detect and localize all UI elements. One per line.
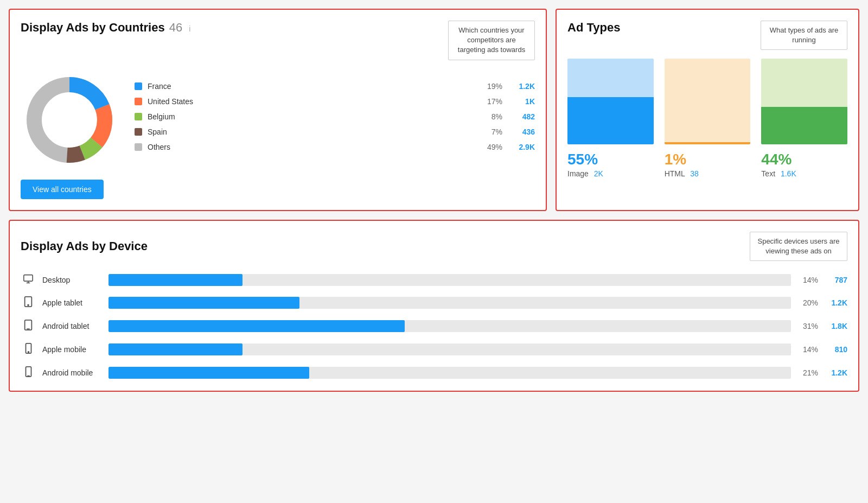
countries-title: Display Ads by Countries xyxy=(21,21,165,35)
legend-name: Belgium xyxy=(148,112,483,121)
ad-count: 2K xyxy=(594,169,603,178)
device-header: Display Ads by Device Specific devices u… xyxy=(21,232,847,261)
ad-info: 1% HTML 38 xyxy=(665,151,751,178)
countries-count: 46 xyxy=(169,21,182,35)
legend-pct: 19% xyxy=(483,82,502,91)
ad-info: 55% Image 2K xyxy=(567,151,654,178)
device-bar-fill xyxy=(108,320,405,332)
device-val: 1.2K xyxy=(825,368,847,377)
device-bar-track xyxy=(108,367,791,379)
legend-name: Spain xyxy=(148,128,483,136)
ad-label: Text 1.6K xyxy=(761,169,847,178)
device-bar-track xyxy=(108,274,791,286)
device-val: 1.2K xyxy=(825,298,847,307)
legend-color xyxy=(135,113,142,120)
svg-point-10 xyxy=(28,304,29,305)
svg-rect-6 xyxy=(24,275,33,281)
legend-color xyxy=(135,143,142,151)
legend-item: France 19% 1.2K xyxy=(135,82,535,91)
legend-name: France xyxy=(148,82,483,91)
device-pct: 14% xyxy=(797,276,818,284)
ad-types-panel: Ad Types What types of ads are running 5… xyxy=(556,9,859,211)
device-bar-track xyxy=(108,297,791,309)
device-name: Desktop xyxy=(42,276,102,284)
bar-top xyxy=(665,59,751,142)
legend-name: Others xyxy=(148,143,483,151)
legend-item: Belgium 8% 482 xyxy=(135,112,535,121)
ad-count: 38 xyxy=(690,169,699,178)
bar-bottom xyxy=(665,142,751,144)
ad-label: Image 2K xyxy=(567,169,654,178)
device-icon xyxy=(21,366,36,380)
info-icon: i xyxy=(189,24,190,33)
device-bar-fill xyxy=(108,297,299,309)
ad-types-bars: 55% Image 2K 1% HTML 38 44% Text 1.6K xyxy=(567,59,847,178)
countries-content: France 19% 1.2K United States 17% 1K Bel… xyxy=(21,71,535,169)
device-pct: 20% xyxy=(797,298,818,307)
device-row: Desktop 14% 787 xyxy=(21,274,847,286)
legend-val: 2.9K xyxy=(513,143,535,151)
device-bar-fill xyxy=(108,274,242,286)
bar-top xyxy=(761,59,847,106)
legend-item: United States 17% 1K xyxy=(135,97,535,106)
device-pct: 21% xyxy=(797,368,818,377)
ad-types-header: Ad Types What types of ads are running xyxy=(567,21,847,50)
legend-val: 436 xyxy=(513,128,535,136)
legend-pct: 7% xyxy=(483,128,502,136)
device-icon xyxy=(21,296,36,310)
device-name: Apple tablet xyxy=(42,298,102,307)
ad-pct: 55% xyxy=(567,151,654,168)
device-bar-track xyxy=(108,320,791,332)
device-pct: 14% xyxy=(797,345,818,354)
legend-val: 1K xyxy=(513,97,535,106)
device-icon xyxy=(21,320,36,333)
device-row: Apple tablet 20% 1.2K xyxy=(21,296,847,310)
countries-tooltip: Which countries your competitors are tar… xyxy=(448,21,535,60)
device-name: Android mobile xyxy=(42,368,102,377)
stacked-bar xyxy=(665,59,751,144)
legend-val: 482 xyxy=(513,112,535,121)
legend-val: 1.2K xyxy=(513,82,535,91)
countries-panel: Display Ads by Countries 46 i Which coun… xyxy=(9,9,547,211)
ad-count: 1.6K xyxy=(781,169,796,178)
bar-top xyxy=(567,59,654,97)
device-val: 787 xyxy=(825,276,847,284)
device-name: Android tablet xyxy=(42,322,102,330)
ad-bar-group: 55% Image 2K xyxy=(567,59,654,178)
device-bar-fill xyxy=(108,343,242,355)
legend-name: United States xyxy=(148,97,483,106)
device-bar-fill xyxy=(108,367,309,379)
countries-header: Display Ads by Countries 46 i Which coun… xyxy=(21,21,535,60)
svg-rect-15 xyxy=(25,367,31,377)
device-row: Android mobile 21% 1.2K xyxy=(21,366,847,380)
legend-pct: 49% xyxy=(483,143,502,151)
svg-point-5 xyxy=(42,93,97,147)
legend-pct: 8% xyxy=(483,112,502,121)
device-icon xyxy=(21,343,36,356)
device-row: Android tablet 31% 1.8K xyxy=(21,320,847,333)
stacked-bar xyxy=(761,59,847,144)
legend-item: Spain 7% 436 xyxy=(135,128,535,136)
device-tooltip: Specific devices users are viewing these… xyxy=(750,232,847,261)
ad-info: 44% Text 1.6K xyxy=(761,151,847,178)
stacked-bar xyxy=(567,59,654,144)
device-panel: Display Ads by Device Specific devices u… xyxy=(9,220,859,392)
bar-bottom xyxy=(567,97,654,144)
ad-types-tooltip: What types of ads are running xyxy=(761,21,847,50)
device-icon xyxy=(21,274,36,286)
view-all-countries-button[interactable]: View all countries xyxy=(21,180,104,199)
donut-chart xyxy=(21,71,118,169)
legend-color xyxy=(135,128,142,136)
device-val: 1.8K xyxy=(825,322,847,330)
legend-item: Others 49% 2.9K xyxy=(135,143,535,151)
legend-pct: 17% xyxy=(483,97,502,106)
device-name: Apple mobile xyxy=(42,345,102,354)
device-bar-track xyxy=(108,343,791,355)
ad-label: HTML 38 xyxy=(665,169,751,178)
legend-color xyxy=(135,98,142,105)
device-title: Display Ads by Device xyxy=(21,239,148,253)
svg-point-14 xyxy=(28,352,29,353)
ad-bar-group: 1% HTML 38 xyxy=(665,59,751,178)
ad-bar-group: 44% Text 1.6K xyxy=(761,59,847,178)
legend-color xyxy=(135,82,142,90)
